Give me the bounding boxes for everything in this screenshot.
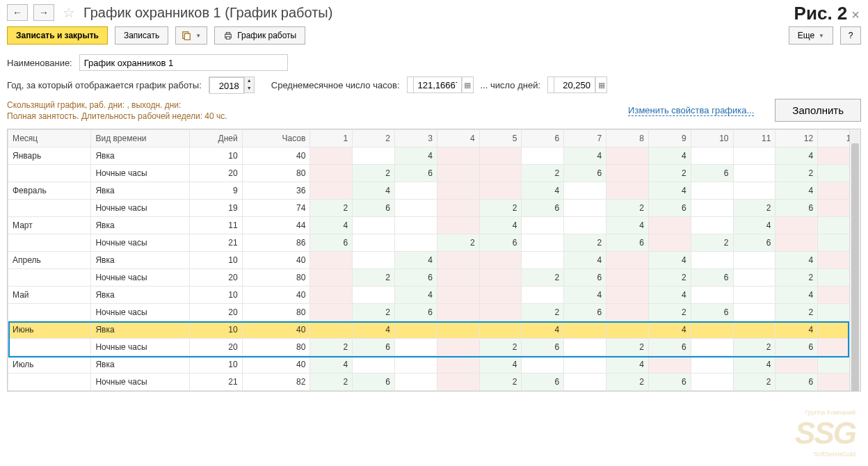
svg-rect-3: [227, 33, 230, 35]
year-label: Год, за который отображается график рабо…: [7, 80, 202, 90]
calc-icon-2[interactable]: ▦: [595, 77, 606, 93]
table-row[interactable]: Ночные часы208026262626: [8, 165, 860, 182]
table-row[interactable]: АпрельЯвка10404444: [8, 252, 860, 269]
table-row[interactable]: МайЯвка10404444: [8, 287, 860, 304]
more-button[interactable]: Еще ▼: [789, 26, 833, 45]
name-input[interactable]: [79, 54, 288, 71]
page-title: График охранников 1 (График работы): [83, 5, 332, 21]
avg-days-label: ... число дней:: [481, 80, 540, 90]
copy-dropdown-button[interactable]: ▼: [175, 26, 207, 45]
watermark: Группа Компаний SSG SoftServisGold: [795, 409, 855, 458]
year-input[interactable]: [209, 77, 244, 94]
table-row[interactable]: МартЯвка114444444: [8, 217, 860, 234]
schedule-table-wrap: МесяцВид времениДнейЧасов123456789101112…: [7, 129, 861, 392]
calc-icon[interactable]: ▦: [462, 77, 473, 93]
table-row[interactable]: Ночные часы208026262626: [8, 339, 860, 356]
figure-label: Рис. 2×: [794, 3, 860, 24]
svg-rect-4: [227, 37, 230, 40]
printer-icon: [223, 31, 233, 40]
forward-button[interactable]: →: [33, 4, 54, 21]
change-schedule-link[interactable]: Изменить свойства графика...: [628, 105, 754, 116]
print-schedule-button[interactable]: График работы: [214, 26, 305, 45]
schedule-type-info: Скользящий график, раб. дни: , выходн. д…: [7, 99, 227, 111]
table-row[interactable]: Ночные часы197426262626: [8, 200, 860, 217]
schedule-hours-info: Полная занятость. Длительность рабочей н…: [7, 111, 227, 122]
help-button[interactable]: ?: [840, 26, 861, 45]
year-spinner[interactable]: ▲▼: [209, 77, 255, 93]
vertical-scrollbar[interactable]: [849, 129, 860, 391]
avg-hours-label: Среднемесячное число часов:: [271, 80, 400, 90]
favorite-star-icon[interactable]: ☆: [63, 4, 75, 21]
table-row[interactable]: ФевральЯвка9364444: [8, 182, 860, 200]
fill-button[interactable]: Заполнить: [775, 99, 861, 122]
table-row[interactable]: ЯнварьЯвка10404444: [8, 147, 860, 165]
avg-hours-input[interactable]: [413, 77, 462, 93]
year-down[interactable]: ▼: [245, 85, 254, 93]
table-row[interactable]: Ночные часы218662626262: [8, 234, 860, 252]
table-row[interactable]: ИюньЯвка10404444: [8, 321, 860, 339]
save-button[interactable]: Записать: [115, 26, 168, 45]
table-row[interactable]: Ночные часы208026262626: [8, 269, 860, 287]
schedule-table[interactable]: МесяцВид времениДнейЧасов123456789101112…: [8, 129, 860, 391]
table-row[interactable]: ИюльЯвка104044444: [8, 356, 860, 373]
avg-days-input[interactable]: [554, 77, 595, 93]
table-row[interactable]: Ночные часы218226262626: [8, 373, 860, 391]
copy-icon: [182, 31, 191, 40]
back-button[interactable]: ←: [7, 4, 28, 21]
close-icon[interactable]: ×: [851, 7, 860, 22]
name-label: Наименование:: [7, 58, 72, 68]
year-up[interactable]: ▲: [245, 77, 254, 85]
svg-rect-1: [185, 33, 191, 40]
save-and-close-button[interactable]: Записать и закрыть: [7, 26, 108, 45]
table-row[interactable]: Ночные часы208026262626: [8, 304, 860, 321]
